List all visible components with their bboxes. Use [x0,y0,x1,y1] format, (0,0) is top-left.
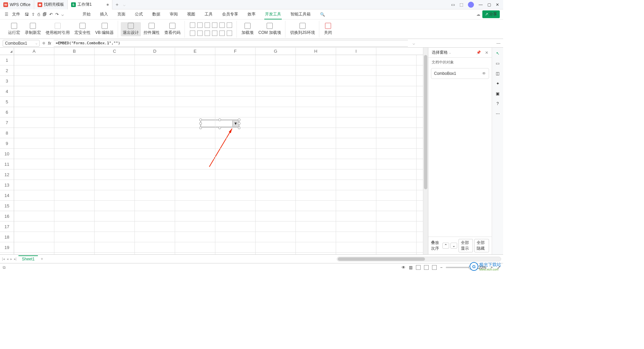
resize-handle[interactable] [238,118,240,121]
close-button[interactable]: ✕ [496,2,499,7]
resize-handle[interactable] [199,127,202,129]
fullscreen-icon[interactable]: ⤢ [497,265,500,270]
vertical-scrollbar[interactable] [423,48,428,254]
zoom-slider[interactable] [446,267,473,268]
row-header[interactable]: 5 [0,97,14,107]
col-header[interactable]: H [296,48,336,55]
show-all-button[interactable]: 全部显示 [459,239,473,252]
scroll-thumb[interactable] [424,55,427,189]
resize-handle[interactable] [238,127,240,129]
menu-start[interactable]: 开始 [82,9,91,19]
tab-dropdown-icon[interactable]: ⌵ [123,2,125,7]
row-header[interactable]: 11 [0,159,14,169]
maximize-button[interactable]: ▢ [487,2,491,7]
row-header[interactable]: 14 [0,190,14,201]
com-addins-button[interactable]: COM 加载项 [256,22,283,36]
move-up-button[interactable]: ⌃ [442,243,449,249]
dropdown-icon[interactable]: ⌵ [449,51,451,54]
app-tab-workbook[interactable]: S 工作簿1 [68,0,113,9]
ctrl-icon[interactable] [190,22,195,28]
zoom-in-button[interactable]: ＋ [490,264,494,270]
view-break-icon[interactable] [432,265,437,270]
collapse-icon[interactable]: — [496,41,500,46]
col-header[interactable]: B [54,48,95,55]
vb-editor-button[interactable]: VB 编辑器 [93,22,116,36]
row-header[interactable]: 18 [0,232,14,242]
select-tool-icon[interactable]: ↖ [496,51,499,56]
menu-review[interactable]: 审阅 [169,9,178,19]
help-icon[interactable]: ? [496,101,499,106]
zoom-field-icon[interactable]: ⊕ [42,41,45,45]
ctrl-icon[interactable] [197,31,203,36]
row-header[interactable]: 6 [0,107,14,117]
switch-js-button[interactable]: 切换到JS环境 [288,22,317,36]
control-props-button[interactable]: 控件属性 [142,22,162,36]
ctrl-icon[interactable] [212,31,217,36]
row-header[interactable]: 7 [0,117,14,128]
avatar[interactable] [468,2,474,8]
pin-icon[interactable]: 📌 [476,50,481,55]
first-sheet-icon[interactable]: |◂ [2,257,5,261]
row-header[interactable]: 3 [0,76,14,86]
ctrl-icon[interactable] [190,31,195,36]
row-header[interactable]: 9 [0,138,14,149]
name-box[interactable]: ComboBox1 ⌵ [3,40,40,47]
row-header[interactable]: 12 [0,169,14,180]
last-sheet-icon[interactable]: ▸| [14,257,17,261]
row-header[interactable]: 15 [0,201,14,211]
print-icon[interactable]: ⎙ [38,12,40,17]
minimize-button[interactable]: — [479,2,483,7]
select-all-corner[interactable]: ◢ [0,48,14,55]
hamburger-icon[interactable]: ☰ [3,11,9,17]
undo-icon[interactable]: ↶ [49,12,53,17]
col-header[interactable]: E [175,48,215,55]
formula-bar[interactable]: =EMBED("Forms.ComboBox.1","") [54,40,408,47]
image-icon[interactable]: ▣ [496,91,499,96]
dropdown-icon[interactable]: ⌵ [36,42,37,45]
redo-icon[interactable]: ↷ [55,12,59,17]
menu-data[interactable]: 数据 [152,9,161,19]
col-header[interactable]: C [95,48,135,55]
panel-icon[interactable]: ▭ [496,61,499,66]
menu-view[interactable]: 视图 [186,9,196,19]
row-header[interactable]: 1 [0,55,14,65]
save-icon[interactable]: 🖫 [25,12,29,17]
run-macro-button[interactable]: 运行宏 [6,22,22,36]
resize-handle[interactable] [218,118,221,121]
close-panel-button[interactable]: 关闭 [322,22,334,36]
horizontal-scrollbar[interactable] [337,257,501,261]
cube-icon[interactable]: ⬚ [460,2,463,7]
row-header[interactable]: 13 [0,180,14,190]
expand-fbar-icon[interactable]: ⌵ [413,41,415,46]
ctrl-icon[interactable] [219,22,225,28]
sheet-tab[interactable]: Sheet1 [18,256,38,262]
ctrl-icon[interactable] [205,31,210,36]
chart-icon[interactable]: ◫ [496,71,499,76]
app-tab-wps[interactable]: W WPS Office [0,0,34,9]
dropdown-icon[interactable]: ⌵ [61,12,64,17]
shape-icon[interactable]: ✦ [496,81,499,86]
move-down-button[interactable]: ⌄ [450,243,457,249]
spreadsheet-grid[interactable]: ◢ A B C D E F G H I 1 2 3 4 5 6 7 8 9 10 [0,48,423,254]
ctrl-icon[interactable] [212,22,217,28]
view-page-icon[interactable] [424,265,429,270]
resize-handle[interactable] [238,122,240,125]
next-sheet-icon[interactable]: ▸ [10,257,12,261]
menu-member[interactable]: 会员专享 [221,9,239,19]
row-header[interactable]: 17 [0,221,14,232]
search-icon[interactable]: 🔍 [319,9,326,19]
resize-handle[interactable] [199,122,202,125]
row-header[interactable]: 10 [0,149,14,159]
exit-design-button[interactable]: 退出设计 [121,22,141,36]
prev-sheet-icon[interactable]: ◂ [7,257,8,261]
scroll-thumb[interactable] [338,257,425,261]
zoom-out-button[interactable]: − [440,265,442,270]
zoom-value[interactable]: 220% [476,265,486,270]
resize-handle[interactable] [199,118,202,121]
menu-tools[interactable]: 工具 [204,9,213,19]
record-macro-button[interactable]: 录制新宏 [23,22,43,36]
menu-devtools[interactable]: 开发工具 [264,9,282,19]
share-button[interactable]: ↗ 分享 [482,10,500,18]
addins-button[interactable]: 加载项 [239,22,256,36]
view-normal-icon[interactable] [416,265,421,270]
